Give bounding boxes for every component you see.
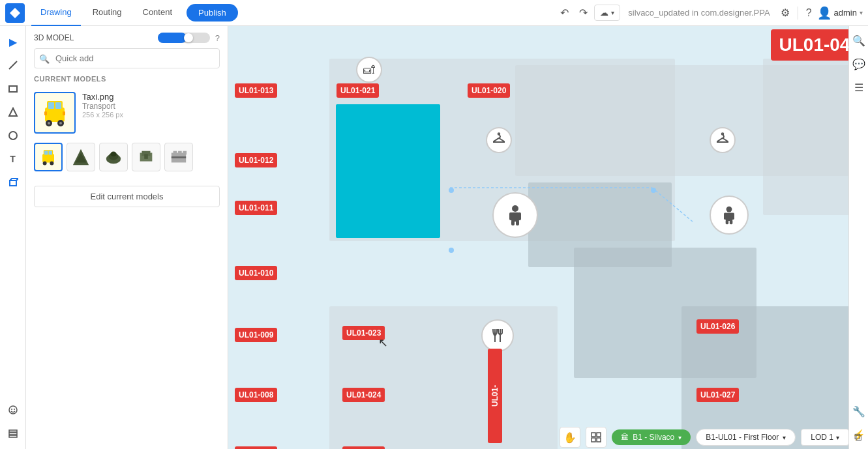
cyan-room	[336, 104, 440, 238]
fork-knife-icon	[481, 319, 514, 352]
settings-button[interactable]: ⚙	[778, 4, 792, 22]
building-name: B1 - Silvaco	[633, 433, 674, 442]
svg-rect-46	[518, 212, 521, 220]
model-size: 256 x 256 px	[82, 111, 123, 119]
user-menu[interactable]: 👤 admin ▾	[817, 6, 863, 20]
menu-button[interactable]: ☰	[850, 78, 868, 96]
variant-taxi[interactable]	[34, 143, 63, 171]
connect-dot-3	[449, 248, 454, 253]
fullscreen-button[interactable]: ⧉	[854, 431, 861, 443]
publish-button[interactable]: Publish	[187, 4, 238, 22]
hand-tool[interactable]: ✋	[560, 427, 580, 448]
svg-point-32	[110, 152, 116, 156]
room-ul01-021[interactable]: UL01-021	[337, 83, 379, 98]
room-ul01-011[interactable]: UL01-011	[235, 201, 277, 215]
svg-point-19	[59, 122, 62, 124]
comment-button[interactable]: 💬	[850, 55, 868, 73]
connect-dot-2	[651, 188, 656, 193]
svg-point-4	[9, 132, 17, 139]
svg-point-51	[726, 207, 732, 212]
model-thumbnail[interactable]	[34, 92, 76, 134]
tab-drawing[interactable]: Drawing	[31, 0, 81, 26]
help-button[interactable]: ?	[803, 5, 815, 22]
cloud-status[interactable]: ☁ ▾	[594, 5, 620, 21]
person-icon-2	[710, 196, 749, 235]
tab-routing[interactable]: Routing	[83, 0, 131, 26]
svg-rect-39	[183, 151, 187, 155]
svg-rect-53	[724, 212, 726, 220]
user-icon: 👤	[817, 6, 831, 20]
building-selector[interactable]: 🏛 B1 - Silvaco ▾	[612, 429, 691, 445]
svg-rect-48	[516, 220, 519, 225]
room-ul01-024[interactable]: UL01-024	[342, 388, 385, 402]
svg-rect-54	[732, 212, 734, 220]
line-tool[interactable]	[3, 55, 23, 76]
rectangle-tool[interactable]	[3, 78, 23, 99]
redo-button[interactable]: ↷	[575, 4, 591, 22]
svg-line-1	[9, 61, 17, 69]
quick-add-input[interactable]	[34, 48, 220, 68]
room-ul01-020[interactable]: UL01-020	[468, 83, 510, 98]
circle-tool[interactable]	[3, 125, 23, 146]
room-ul01-023[interactable]: UL01-023	[342, 326, 385, 340]
svg-rect-61	[591, 438, 595, 442]
search-right-button[interactable]: 🔍	[850, 31, 868, 50]
svg-rect-60	[597, 433, 601, 437]
model-help-icon[interactable]: ?	[215, 33, 220, 43]
variant-4[interactable]	[132, 143, 160, 171]
edit-models-button[interactable]: Edit current models	[34, 186, 220, 207]
left-panel: 3D MODEL ? 🔍 CURRENT MODELS	[26, 26, 228, 449]
face-tool[interactable]	[3, 399, 23, 420]
filename: silvaco_updated in com.designer.PPA	[628, 8, 770, 18]
svg-point-8	[14, 409, 15, 410]
lod-selector[interactable]: LOD 1 ▾	[801, 429, 849, 446]
3d-box-tool[interactable]	[3, 172, 23, 193]
model-variants	[34, 143, 220, 171]
svg-rect-11	[9, 435, 17, 437]
username: admin	[834, 8, 857, 18]
svg-marker-3	[9, 108, 17, 116]
room-ul01-013[interactable]: UL01-013	[235, 83, 277, 98]
model-item: Taxi.png Transport 256 x 256 px	[34, 89, 220, 136]
variant-5[interactable]	[164, 143, 193, 171]
floor-name: B1-UL01 - First Floor	[706, 433, 779, 442]
grid-tool[interactable]	[586, 427, 606, 448]
svg-rect-21	[63, 111, 65, 115]
svg-rect-55	[726, 220, 728, 224]
variant-2[interactable]	[67, 143, 95, 171]
room-ul01-027[interactable]: UL01-027	[696, 388, 739, 402]
room-ul01-009[interactable]: UL01-009	[235, 328, 277, 342]
tab-content[interactable]: Content	[134, 0, 182, 26]
room-ul01-010[interactable]: UL01-010	[235, 266, 277, 280]
undo-button[interactable]: ↶	[556, 4, 573, 22]
hanger-icon-2	[710, 127, 736, 153]
text-tool[interactable]: T	[3, 149, 23, 169]
svg-rect-37	[173, 151, 177, 155]
cursor-tool[interactable]: ▶	[3, 31, 23, 52]
svg-rect-56	[730, 220, 732, 224]
svg-rect-35	[144, 154, 148, 158]
main-area: ▶ T 3D MODEL	[0, 26, 868, 449]
map-area[interactable]: 🛋	[228, 26, 868, 449]
floor-selector[interactable]: B1-UL01 - First Floor ▾	[696, 429, 796, 446]
polygon-tool[interactable]	[3, 102, 23, 123]
svg-rect-62	[597, 438, 601, 442]
lod-chevron: ▾	[836, 434, 839, 441]
room-ul01-012[interactable]: UL01-012	[235, 153, 277, 167]
search-wrap: 🔍	[34, 48, 220, 68]
room-ul01-026[interactable]: UL01-026	[696, 319, 739, 334]
wrench-button[interactable]: 🔧	[850, 402, 868, 420]
floor-chevron: ▾	[783, 434, 786, 441]
svg-point-18	[48, 122, 50, 124]
svg-rect-20	[44, 111, 47, 115]
variant-3[interactable]	[99, 143, 128, 171]
svg-rect-15	[55, 102, 61, 109]
layers-tool[interactable]	[3, 423, 23, 444]
current-models-label: CURRENT MODELS	[34, 75, 220, 83]
model-toggle-slider[interactable]	[158, 33, 210, 43]
svg-rect-9	[9, 430, 17, 432]
room-ul01-008[interactable]: UL01-008	[235, 388, 277, 402]
svg-rect-24	[44, 151, 48, 154]
svg-rect-25	[49, 151, 52, 154]
app-logo[interactable]	[5, 3, 25, 23]
